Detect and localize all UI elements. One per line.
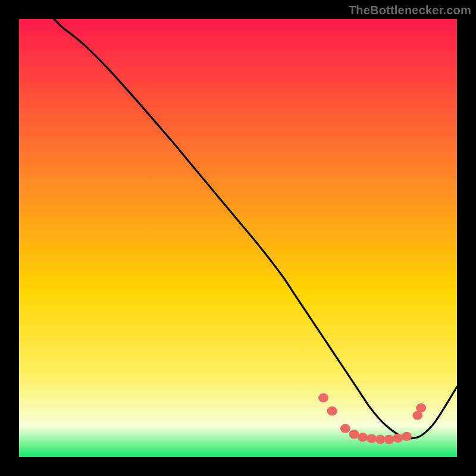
curve-marker — [384, 435, 394, 444]
curve-marker — [349, 430, 359, 439]
curve-marker — [375, 435, 386, 444]
plot-area — [19, 19, 457, 457]
outer-frame: TheBottlenecker.com — [0, 0, 476, 476]
curve-marker — [402, 432, 412, 441]
curve-marker — [393, 434, 403, 443]
chart-svg — [19, 19, 457, 457]
curve-marker — [327, 406, 337, 415]
curve-marker — [416, 403, 426, 412]
curve-marker — [318, 393, 328, 402]
gradient-background — [19, 19, 457, 457]
curve-marker — [358, 433, 368, 441]
curve-marker — [340, 424, 350, 433]
watermark-text: TheBottlenecker.com — [349, 4, 471, 17]
curve-marker — [367, 434, 377, 443]
